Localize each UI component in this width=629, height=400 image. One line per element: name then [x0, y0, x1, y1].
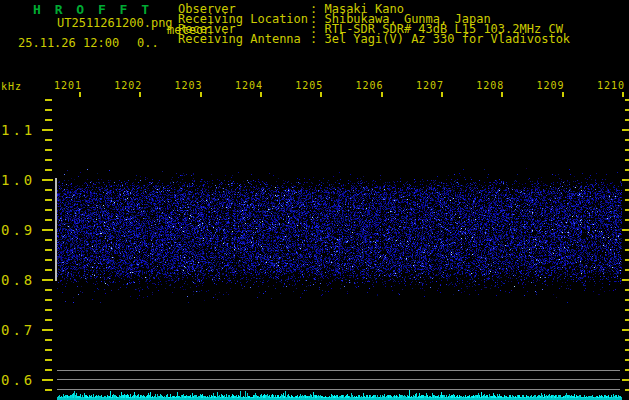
time-tick-label: 1209 — [535, 80, 565, 91]
time-tick-label: 1201 — [52, 80, 82, 91]
freq-major-tick-right — [622, 329, 629, 331]
signal-level-trace — [57, 386, 622, 400]
freq-minor-tick-left — [45, 289, 52, 291]
freq-minor-tick-right — [625, 209, 629, 211]
time-tick-label: 1203 — [173, 80, 203, 91]
info-label: Receiving Antenna — [178, 34, 310, 44]
freq-major-tick-right — [622, 179, 629, 181]
time-tick — [381, 92, 383, 97]
freq-minor-tick-left — [45, 209, 52, 211]
info-row: Receiving Antenna: 3el Yagi(V) Az 330 fo… — [178, 34, 570, 44]
time-tick-label: 1207 — [414, 80, 444, 91]
time-tick — [200, 92, 202, 97]
freq-minor-tick-right — [625, 169, 629, 171]
freq-tick-label: 0.8 — [1, 272, 39, 288]
freq-major-tick-right — [622, 279, 629, 281]
time-tick-label: 1210 — [595, 80, 625, 91]
freq-minor-tick-left — [45, 389, 52, 391]
freq-minor-tick-left — [45, 139, 52, 141]
freq-minor-tick-right — [625, 269, 629, 271]
time-tick — [501, 92, 503, 97]
freq-minor-tick-left — [45, 149, 52, 151]
freq-minor-tick-right — [625, 319, 629, 321]
freq-minor-tick-left — [45, 199, 52, 201]
time-tick — [320, 92, 322, 97]
freq-minor-tick-right — [625, 159, 629, 161]
freq-minor-tick-left — [45, 219, 52, 221]
freq-minor-tick-right — [625, 259, 629, 261]
freq-major-tick-left — [42, 279, 53, 281]
capture-filename: UT2511261200.png — [57, 16, 173, 30]
freq-major-tick-left — [42, 329, 53, 331]
freq-minor-tick-right — [625, 249, 629, 251]
band-left-marker — [55, 178, 57, 281]
freq-tick-label: 0.7 — [1, 322, 39, 338]
freq-minor-tick-left — [45, 159, 52, 161]
freq-minor-tick-left — [45, 299, 52, 301]
freq-minor-tick-right — [625, 389, 629, 391]
freq-minor-tick-right — [625, 239, 629, 241]
echo-count: 0.. — [137, 36, 159, 50]
time-tick — [79, 92, 81, 97]
freq-minor-tick-right — [625, 349, 629, 351]
freq-major-tick-right — [622, 129, 629, 131]
khz-axis-unit: kHz — [1, 81, 22, 92]
reference-line-upper — [57, 370, 620, 371]
freq-minor-tick-right — [625, 289, 629, 291]
freq-minor-tick-left — [45, 359, 52, 361]
observation-datetime: 25.11.26 12:00 — [18, 36, 119, 50]
freq-minor-tick-left — [45, 119, 52, 121]
time-tick — [441, 92, 443, 97]
freq-minor-tick-left — [45, 319, 52, 321]
time-tick — [139, 92, 141, 97]
freq-minor-tick-left — [45, 249, 52, 251]
reference-line-middle — [57, 379, 620, 380]
time-tick-label: 1202 — [112, 80, 142, 91]
freq-minor-tick-left — [45, 349, 52, 351]
freq-tick-label: 0.6 — [1, 372, 39, 388]
app-title: H R O F F T — [33, 2, 152, 17]
freq-minor-tick-right — [625, 149, 629, 151]
freq-minor-tick-right — [625, 189, 629, 191]
freq-minor-tick-right — [625, 219, 629, 221]
hrofft-screen: H R O F F T UT2511261200.png meteor 25.1… — [0, 0, 629, 400]
freq-major-tick-left — [42, 379, 53, 381]
freq-minor-tick-right — [625, 109, 629, 111]
freq-minor-tick-left — [45, 189, 52, 191]
time-tick-label: 1208 — [474, 80, 504, 91]
time-tick-label: 1204 — [233, 80, 263, 91]
freq-minor-tick-right — [625, 369, 629, 371]
freq-major-tick-left — [42, 179, 53, 181]
freq-minor-tick-left — [45, 369, 52, 371]
freq-minor-tick-left — [45, 269, 52, 271]
freq-minor-tick-right — [625, 199, 629, 201]
info-value: 3el Yagi(V) Az 330 for Vladivostok — [324, 32, 570, 46]
freq-major-tick-right — [622, 379, 629, 381]
time-tick-label: 1206 — [354, 80, 384, 91]
freq-tick-label: 1.1 — [1, 122, 39, 138]
freq-minor-tick-right — [625, 299, 629, 301]
freq-tick-label: 1.0 — [1, 172, 39, 188]
time-tick — [562, 92, 564, 97]
info-colon: : — [310, 32, 324, 46]
freq-minor-tick-left — [45, 339, 52, 341]
freq-major-tick-right — [622, 229, 629, 231]
freq-minor-tick-left — [45, 169, 52, 171]
freq-minor-tick-left — [45, 109, 52, 111]
freq-minor-tick-left — [45, 259, 52, 261]
spectrogram-noise — [57, 168, 622, 303]
freq-tick-label: 0.9 — [1, 222, 39, 238]
freq-minor-tick-left — [45, 99, 52, 101]
freq-major-tick-left — [42, 229, 53, 231]
freq-minor-tick-right — [625, 309, 629, 311]
time-tick — [622, 92, 624, 97]
freq-minor-tick-right — [625, 359, 629, 361]
observer-info-block: Observer: Masaki KanoReceiving Location:… — [178, 4, 570, 44]
freq-minor-tick-left — [45, 309, 52, 311]
freq-minor-tick-left — [45, 239, 52, 241]
freq-minor-tick-right — [625, 139, 629, 141]
freq-minor-tick-right — [625, 339, 629, 341]
time-tick-label: 1205 — [293, 80, 323, 91]
freq-minor-tick-right — [625, 119, 629, 121]
time-tick — [260, 92, 262, 97]
